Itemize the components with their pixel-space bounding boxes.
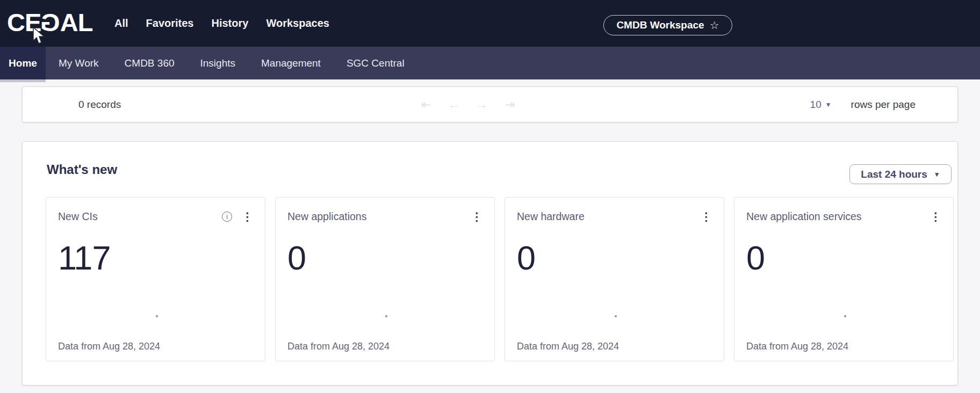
- card-center-dot: [844, 315, 846, 317]
- card-center-dot: [156, 315, 158, 317]
- card-actions: i ⋮: [222, 211, 253, 222]
- time-range-dropdown[interactable]: Last 24 hours ▼: [849, 164, 952, 184]
- page-size-select[interactable]: 10 ▼: [810, 99, 832, 111]
- workspace-pill-label: CMDB Workspace: [616, 19, 704, 31]
- card-title: New CIs: [58, 210, 222, 223]
- data-as-of-label: Data from Aug 28, 2024: [58, 341, 160, 352]
- chevron-down-icon: ▼: [825, 101, 832, 108]
- nav-item-workspaces[interactable]: Workspaces: [266, 17, 329, 30]
- next-page-icon[interactable]: →: [475, 98, 489, 112]
- pagination-controls: ⇤ ← → ⇥: [419, 87, 517, 122]
- card-title: New application services: [746, 210, 930, 223]
- card-new-application-services: New application services ⋮ 0 Data from A…: [734, 197, 954, 361]
- tab-cmdb-360[interactable]: CMDB 360: [112, 47, 188, 79]
- card-actions: ⋮: [701, 211, 712, 222]
- card-title: New hardware: [517, 210, 701, 223]
- kebab-menu-icon[interactable]: ⋮: [471, 211, 482, 222]
- card-header: New application services ⋮: [746, 210, 941, 223]
- card-center-dot: [615, 315, 617, 317]
- page-size-value: 10: [810, 99, 822, 111]
- data-as-of-label: Data from Aug 28, 2024: [517, 341, 619, 352]
- tab-insights[interactable]: Insights: [188, 47, 248, 79]
- prev-page-icon[interactable]: ←: [447, 98, 461, 112]
- records-pagination-bar: 0 records ⇤ ← → ⇥ 10 ▼ rows per page: [22, 86, 958, 122]
- data-as-of-label: Data from Aug 28, 2024: [287, 341, 390, 352]
- chevron-down-icon: ▼: [934, 171, 940, 178]
- whats-new-panel: What's new Last 24 hours ▼ New CIs i ⋮ 1…: [22, 141, 958, 385]
- cmdb-workspace-page: CEGAL All Favorites History Workspaces C…: [0, 0, 980, 393]
- nav-item-favorites[interactable]: Favorites: [146, 17, 194, 30]
- kebab-menu-icon[interactable]: ⋮: [242, 211, 253, 222]
- time-range-label: Last 24 hours: [861, 169, 927, 180]
- star-icon[interactable]: ☆: [710, 19, 719, 32]
- card-header: New hardware ⋮: [517, 210, 712, 223]
- mouse-cursor-icon: [32, 27, 46, 45]
- nav-item-history[interactable]: History: [212, 17, 249, 30]
- kebab-menu-icon[interactable]: ⋮: [701, 211, 712, 222]
- card-header: New CIs i ⋮: [58, 210, 253, 223]
- nav-item-all[interactable]: All: [114, 17, 128, 30]
- info-icon[interactable]: i: [222, 212, 232, 222]
- card-title: New applications: [287, 210, 471, 223]
- logo-text: AL: [60, 8, 93, 37]
- metric-value: 0: [287, 241, 482, 275]
- card-center-dot: [385, 315, 387, 317]
- metric-value: 0: [517, 241, 712, 275]
- workspace-tabbar: Home My Work CMDB 360 Insights Managemen…: [0, 47, 980, 79]
- first-page-icon[interactable]: ⇤: [419, 98, 433, 112]
- data-as-of-label: Data from Aug 28, 2024: [746, 341, 848, 352]
- metric-value: 0: [746, 241, 941, 275]
- top-navbar: CEGAL All Favorites History Workspaces C…: [0, 0, 980, 47]
- tab-management[interactable]: Management: [248, 47, 334, 79]
- card-actions: ⋮: [471, 211, 482, 222]
- rows-per-page-label: rows per page: [851, 99, 916, 111]
- top-nav-menu: All Favorites History Workspaces: [114, 0, 329, 47]
- last-page-icon[interactable]: ⇥: [503, 98, 517, 112]
- workspace-pill-button[interactable]: CMDB Workspace ☆: [603, 15, 732, 35]
- cegal-logo[interactable]: CEGAL: [7, 8, 93, 37]
- whats-new-title: What's new: [47, 162, 117, 177]
- card-new-applications: New applications ⋮ 0 Data from Aug 28, 2…: [275, 197, 495, 361]
- rows-per-page-group: 10 ▼ rows per page: [810, 87, 916, 122]
- tab-my-work[interactable]: My Work: [46, 47, 112, 79]
- metric-cards-row: New CIs i ⋮ 117 Data from Aug 28, 2024 N…: [46, 197, 954, 361]
- kebab-menu-icon[interactable]: ⋮: [930, 211, 941, 222]
- card-new-cis: New CIs i ⋮ 117 Data from Aug 28, 2024: [46, 197, 265, 361]
- card-new-hardware: New hardware ⋮ 0 Data from Aug 28, 2024: [505, 197, 724, 361]
- records-count: 0 records: [78, 87, 121, 122]
- card-header: New applications ⋮: [287, 210, 482, 223]
- tab-home[interactable]: Home: [0, 47, 46, 79]
- card-actions: ⋮: [930, 211, 941, 222]
- active-tab-scroll-indicator: [0, 79, 46, 82]
- tab-sgc-central[interactable]: SGC Central: [334, 47, 417, 79]
- metric-value: 117: [58, 241, 253, 275]
